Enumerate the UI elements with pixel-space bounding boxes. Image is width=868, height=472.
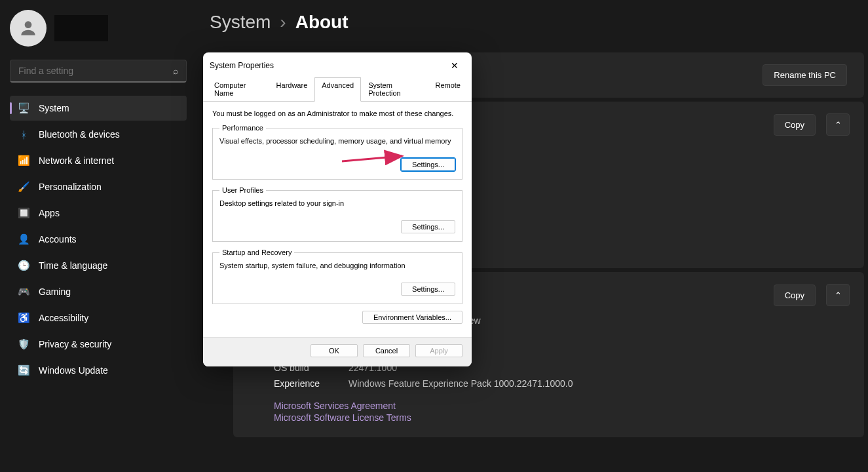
software-license-link[interactable]: Microsoft Software License Terms: [274, 412, 846, 423]
services-agreement-link[interactable]: Microsoft Services Agreement: [274, 401, 846, 411]
group-legend: User Profiles: [219, 186, 266, 194]
environment-variables-button[interactable]: Environment Variables...: [362, 311, 462, 324]
sidebar-item-time[interactable]: 🕒Time & language: [10, 253, 187, 278]
spec-label: Experience: [274, 378, 349, 389]
sidebar-item-label: Bluetooth & devices: [39, 129, 120, 140]
dialog-title: System Properties: [210, 61, 274, 70]
dialog-tabs: Computer NameHardwareAdvancedSystem Prot…: [203, 77, 472, 102]
tab-remote[interactable]: Remote: [428, 77, 468, 101]
tab-computer-name[interactable]: Computer Name: [207, 77, 269, 101]
group-desc: Visual effects, processor scheduling, me…: [219, 137, 455, 145]
copy-windows-specs-button[interactable]: Copy: [774, 285, 816, 306]
close-icon[interactable]: ✕: [447, 59, 462, 72]
sidebar-item-gaming[interactable]: 🎮Gaming: [10, 279, 187, 304]
sidebar-item-label: Accounts: [39, 234, 77, 245]
group-legend: Performance: [219, 124, 266, 132]
bluetooth-icon: ᚼ: [18, 128, 29, 140]
spec-row: ExperienceWindows Feature Experience Pac…: [274, 376, 846, 391]
update-icon: 🔄: [18, 364, 29, 376]
cancel-button[interactable]: Cancel: [363, 344, 410, 357]
avatar[interactable]: [10, 10, 47, 47]
sidebar-item-bluetooth[interactable]: ᚼBluetooth & devices: [10, 122, 187, 147]
search-field[interactable]: [18, 66, 173, 76]
group-performance: Performance Visual effects, processor sc…: [212, 124, 462, 180]
sidebar-item-label: Network & internet: [39, 155, 114, 166]
sidebar-item-apps[interactable]: 🔲Apps: [10, 201, 187, 226]
sidebar-item-label: System: [39, 103, 69, 113]
search-icon: ⌕: [173, 66, 178, 76]
sidebar-item-label: Privacy & security: [39, 339, 111, 349]
sidebar-item-accounts[interactable]: 👤Accounts: [10, 227, 187, 252]
sidebar-item-label: Time & language: [39, 260, 107, 271]
sidebar-item-label: Accessibility: [39, 313, 88, 323]
sidebar-item-update[interactable]: 🔄Windows Update: [10, 358, 187, 383]
group-user-profiles: User Profiles Desktop settings related t…: [212, 186, 462, 242]
tab-advanced[interactable]: Advanced: [314, 77, 361, 102]
ok-button[interactable]: OK: [311, 344, 358, 357]
breadcrumb: System › About: [210, 12, 868, 33]
group-legend: Startup and Recovery: [219, 248, 294, 256]
apply-button[interactable]: Apply: [415, 344, 462, 357]
accessibility-icon: ♿: [18, 312, 29, 324]
sidebar-item-system[interactable]: 🖥️System: [10, 96, 187, 121]
tab-system-protection[interactable]: System Protection: [361, 77, 428, 101]
sidebar-item-network[interactable]: 📶Network & internet: [10, 148, 187, 173]
system-properties-dialog: System Properties ✕ Computer NameHardwar…: [203, 52, 472, 366]
rename-pc-button[interactable]: Rename this PC: [763, 64, 847, 86]
copy-device-specs-button[interactable]: Copy: [774, 114, 816, 136]
chevron-up-icon: ⌃: [835, 120, 842, 130]
group-startup-and-recovery: Startup and Recovery System startup, sys…: [212, 248, 462, 304]
apps-icon: 🔲: [18, 207, 29, 219]
search-input[interactable]: ⌕: [10, 60, 187, 83]
user-section: [10, 10, 187, 47]
user-profiles-settings-button[interactable]: Settings...: [401, 220, 455, 233]
admin-note: You must be logged on as an Administrato…: [212, 109, 462, 117]
collapse-device-specs-button[interactable]: ⌃: [826, 113, 850, 136]
chevron-right-icon: ›: [280, 12, 286, 33]
gaming-icon: 🎮: [18, 286, 29, 298]
breadcrumb-current: About: [295, 12, 349, 33]
tab-hardware[interactable]: Hardware: [269, 77, 315, 101]
sidebar-item-label: Windows Update: [39, 365, 108, 376]
user-name: [54, 15, 108, 41]
sidebar-item-privacy[interactable]: 🛡️Privacy & security: [10, 332, 187, 357]
collapse-windows-specs-button[interactable]: ⌃: [826, 284, 850, 306]
group-desc: Desktop settings related to your sign-in: [219, 199, 455, 207]
sidebar-item-personalization[interactable]: 🖌️Personalization: [10, 174, 187, 199]
spec-value: Windows Feature Experience Pack 1000.224…: [349, 378, 573, 389]
sidebar-item-label: Gaming: [39, 286, 71, 297]
sidebar-item-label: Apps: [39, 208, 60, 218]
performance-settings-button[interactable]: Settings...: [401, 158, 455, 171]
chevron-up-icon: ⌃: [835, 290, 842, 300]
group-desc: System startup, system failure, and debu…: [219, 262, 455, 269]
sidebar-item-accessibility[interactable]: ♿Accessibility: [10, 305, 187, 330]
personalization-icon: 🖌️: [18, 181, 29, 193]
system-icon: 🖥️: [18, 102, 29, 114]
privacy-icon: 🛡️: [18, 338, 29, 350]
network-icon: 📶: [18, 155, 29, 167]
breadcrumb-parent[interactable]: System: [210, 12, 271, 33]
startup-and-recovery-settings-button[interactable]: Settings...: [401, 283, 455, 296]
time-icon: 🕒: [18, 260, 29, 271]
accounts-icon: 👤: [18, 233, 29, 245]
svg-point-0: [25, 21, 32, 28]
sidebar-item-label: Personalization: [39, 182, 102, 192]
